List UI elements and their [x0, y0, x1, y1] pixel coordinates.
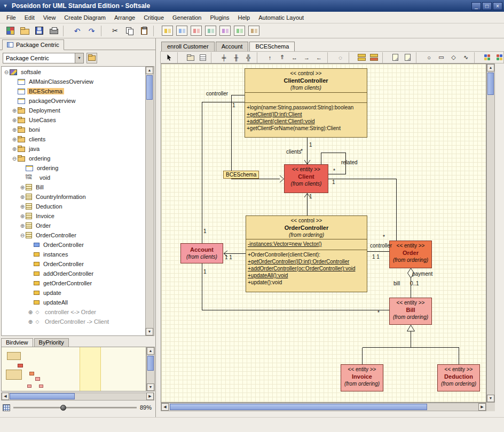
add-note-button[interactable]	[389, 52, 401, 63]
tree-item[interactable]: AllMainClassesOverview	[2, 77, 145, 86]
tree-expander-plus-icon[interactable]: ⊕	[19, 223, 26, 229]
draw-polygon-button[interactable]: ◇	[447, 52, 460, 63]
tree-item[interactable]: ⊕Bill	[2, 182, 145, 192]
tree-expander-minus-icon[interactable]: ⊖	[19, 233, 26, 238]
show-operations-button[interactable]	[368, 52, 380, 63]
class-invoice[interactable]: << entity >> Invoice (from ordering)	[341, 364, 383, 391]
canvas-scrollbar-horizontal[interactable]: ◀ ▶	[161, 403, 486, 411]
class-bill[interactable]: << entity >> Bill (from ordering)	[389, 298, 432, 325]
minimap-scrollbar-vertical[interactable]: ▲ ▼	[146, 347, 155, 391]
chevron-down-icon[interactable]: ▼	[75, 53, 83, 63]
scroll-right-button[interactable]: ▶	[478, 403, 486, 411]
menu-item-help[interactable]: Help	[234, 13, 255, 22]
birdview-minimap[interactable]	[1, 347, 146, 391]
tree-item[interactable]: getOrderController	[2, 278, 145, 288]
maximize-button[interactable]: □	[482, 2, 492, 10]
copy-button[interactable]	[122, 25, 137, 37]
close-button[interactable]: ×	[493, 2, 502, 10]
add-aggregation-button[interactable]: ╫	[230, 52, 242, 63]
canvas-scrollbar-vertical[interactable]: ▲ ▼	[486, 63, 495, 403]
scroll-left-button[interactable]: ◀	[161, 403, 169, 411]
tree-item[interactable]: ⊕UseCases	[2, 115, 145, 125]
tree-item[interactable]: ⊕clients	[2, 134, 145, 144]
tree-expander-plus-icon[interactable]: ⊕	[19, 194, 26, 200]
redo-button[interactable]: ↷	[84, 25, 99, 37]
tree-expander-plus-icon[interactable]: ⊕	[19, 204, 26, 210]
tab-package-centric[interactable]: Package Centric	[2, 39, 64, 50]
minimap-scrollbar-horizontal[interactable]: ◀ ▶	[1, 393, 154, 401]
scroll-up-button[interactable]: ▲	[487, 64, 494, 71]
mini-palette-button[interactable]	[493, 52, 504, 63]
add-association-button[interactable]: ╪	[218, 52, 230, 63]
tree-item[interactable]: ⊕◇controller <-> Order	[2, 307, 145, 317]
tree-item[interactable]: ⊖softsale	[2, 67, 145, 77]
tree-expander-plus-icon[interactable]: ⊕	[19, 213, 26, 219]
scroll-up-button[interactable]: ▲	[147, 347, 154, 355]
collaboration-diagram-button[interactable]	[189, 25, 203, 37]
diagram-name-label[interactable]: BCESchema	[223, 171, 259, 179]
class-order[interactable]: << entity >> Order (from ordering)	[389, 241, 432, 268]
grid-toggle-icon[interactable]	[3, 404, 10, 411]
scroll-down-button[interactable]: ▼	[147, 383, 154, 391]
tree-expander-plus-icon[interactable]: ⊕	[11, 137, 18, 142]
tree-item[interactable]: ⊕Invoice	[2, 211, 145, 221]
draw-rect-button[interactable]: ▭	[435, 52, 447, 63]
menu-item-plugins[interactable]: Plugins	[206, 13, 233, 22]
window-menu-icon[interactable]: ▼	[2, 3, 9, 9]
scroll-left-button[interactable]: ◀	[2, 393, 9, 400]
activity-diagram-button[interactable]	[232, 25, 247, 37]
tree-expander-minus-icon[interactable]: ⊖	[11, 156, 18, 162]
tree-expander-plus-icon[interactable]: ⊕	[27, 319, 34, 325]
print-button[interactable]	[46, 25, 61, 37]
class-client[interactable]: << entity >> Client (from clients)	[284, 164, 328, 193]
show-attributes-button[interactable]	[356, 52, 368, 63]
class-clientcontroller[interactable]: << control >> ClientController (from cli…	[245, 68, 367, 138]
open-button[interactable]	[18, 25, 32, 37]
tree-expander-plus-icon[interactable]: ⊕	[11, 127, 18, 133]
tree-expander-plus-icon[interactable]: ⊕	[27, 309, 34, 315]
add-class-button[interactable]	[196, 52, 209, 63]
new-button[interactable]	[3, 25, 18, 37]
scroll-down-button[interactable]: ▼	[146, 328, 153, 335]
mini-overview-button[interactable]	[481, 52, 493, 63]
tree-expander-plus-icon[interactable]: ⊕	[11, 117, 18, 123]
scroll-right-button[interactable]: ▶	[146, 393, 154, 400]
tree-item[interactable]: ⊕◇OrderController -> Client	[2, 317, 145, 326]
nav-up-button[interactable]: ↑	[264, 52, 276, 63]
draw-ellipse-button[interactable]: ○	[423, 52, 435, 63]
scrollbar-thumb[interactable]	[146, 75, 153, 100]
add-package-button[interactable]	[184, 52, 196, 63]
tree-item[interactable]: OrderController	[2, 240, 145, 250]
select-button[interactable]	[163, 52, 175, 63]
statechart-diagram-button[interactable]	[218, 25, 232, 37]
scrollbar-thumb[interactable]	[10, 393, 75, 399]
menu-item-view[interactable]: View	[39, 13, 60, 22]
tree-item[interactable]: DATATYPEvoid	[2, 173, 145, 182]
scroll-down-button[interactable]: ▼	[487, 395, 494, 402]
save-button[interactable]	[32, 25, 46, 37]
usecase-diagram-button[interactable]	[175, 25, 189, 37]
draw-curve-button[interactable]: ∿	[460, 52, 472, 63]
tree-item[interactable]: packageOverview	[2, 96, 145, 106]
tree-item[interactable]: ⊕Order	[2, 221, 145, 230]
tree-item[interactable]: update	[2, 288, 145, 298]
tab-bypriority[interactable]: ByPriority	[34, 338, 69, 347]
tree-item[interactable]: instances	[2, 250, 145, 259]
scrollbar-thumb[interactable]	[170, 404, 427, 410]
undo-button[interactable]: ↶	[70, 25, 84, 37]
add-note-link-button[interactable]	[401, 52, 414, 63]
minimize-button[interactable]: _	[471, 2, 481, 10]
tree-item[interactable]: ⊖OrderController	[2, 230, 145, 240]
tree-item[interactable]: ⊖ordering	[2, 154, 145, 163]
nav-left-button[interactable]: ←	[313, 52, 325, 63]
menu-item-arrange[interactable]: Arrange	[110, 13, 139, 22]
tree-item[interactable]: addOrderController	[2, 269, 145, 278]
menu-item-file[interactable]: File	[2, 13, 20, 22]
tree-item[interactable]: ⊕java	[2, 144, 145, 154]
perspective-select[interactable]: Package Centric ▼	[3, 53, 84, 63]
scrollbar-thumb[interactable]	[487, 73, 494, 95]
class-account[interactable]: Account (from clients)	[180, 243, 223, 263]
class-deduction[interactable]: << entity >> Deduction (from ordering)	[437, 364, 480, 391]
menu-item-edit[interactable]: Edit	[20, 13, 39, 22]
nav-right-button[interactable]: →	[301, 52, 313, 63]
